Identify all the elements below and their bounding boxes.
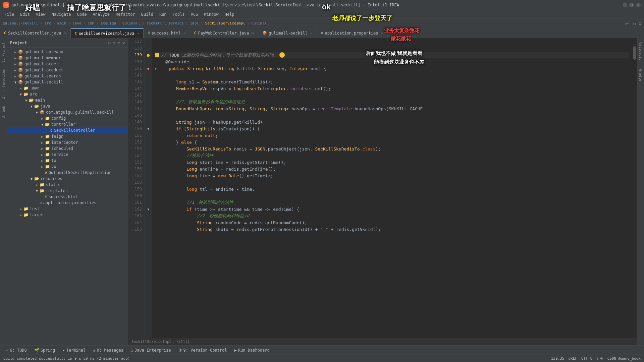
tab-seckill-controller[interactable]: C SeckillController.java ✕: [0, 28, 71, 38]
sidebar-locate-icon[interactable]: ⊕: [108, 40, 110, 46]
tab-application-props[interactable]: ⚙ application.properties ✕: [317, 28, 388, 38]
tree-item-appprops[interactable]: ▶ ⚙ application.properties: [7, 200, 128, 206]
scroll-thumb[interactable]: [633, 46, 636, 60]
tree-item-feign[interactable]: ▶ 📁 feign: [7, 133, 128, 139]
bottom-tab-vcs[interactable]: ⑨ 9: Version Control: [175, 347, 230, 354]
menu-build[interactable]: Build: [139, 11, 156, 18]
tree-item-gateway[interactable]: ▶ 📦 gulimall-gateway: [7, 49, 128, 55]
tab-close-icon[interactable]: ✕: [64, 31, 66, 35]
menu-analyze[interactable]: Analyze: [90, 11, 112, 18]
sidebar-settings-icon[interactable]: ⚙: [113, 40, 115, 46]
nav-project[interactable]: gulimall-seckill: [3, 21, 38, 25]
tree-item-app[interactable]: ▶ A GulimallSeckillApplication: [7, 170, 128, 176]
code-scroll-area[interactable]: 137 138 139 140 141 142 143 144 145 146 …: [128, 38, 637, 338]
tree-item-templates[interactable]: ▼ 📂 templates: [7, 188, 128, 194]
bottom-tab-terminal[interactable]: ▸ Terminal: [59, 347, 89, 354]
tree-item-product[interactable]: ▶ 📦 gulimall-product: [7, 67, 128, 73]
tree-item-interceptor[interactable]: ▶ 📁 interceptor: [7, 139, 128, 145]
nav-module[interactable]: gulimall: [251, 21, 269, 25]
bottom-tab-java-enterprise[interactable]: ☕ Java Enterprise: [127, 347, 174, 354]
tree-item-seckill[interactable]: ▼ 📦 gulimall-seckill: [7, 79, 128, 85]
maximize-button[interactable]: □: [629, 3, 634, 7]
tree-item-static[interactable]: ▶ 📁 static: [7, 182, 128, 188]
menu-tools[interactable]: Tools: [170, 11, 187, 18]
breadcrumb-method[interactable]: kill(): [176, 340, 190, 344]
tab-seckill-service-impl[interactable]: C SeckillServiceImpl.java ✕: [71, 28, 144, 38]
nav-main[interactable]: main: [57, 21, 66, 25]
menu-vcs[interactable]: VCS: [188, 11, 201, 18]
bottom-tab-run-dashboard[interactable]: ▶ Run Dashboard: [231, 347, 273, 354]
nav-com[interactable]: com: [88, 21, 94, 25]
run-icon-141[interactable]: ▶: [155, 67, 157, 70]
close-button[interactable]: ✕: [636, 3, 641, 7]
tree-item-member[interactable]: ▶ 📦 gulimall-member: [7, 55, 128, 61]
nav-refresh-icon[interactable]: ↻: [633, 21, 636, 26]
bottom-tab-spring[interactable]: 🌱 Spring: [31, 347, 58, 354]
left-tab-web[interactable]: 3: Web: [1, 103, 6, 121]
sidebar-expand-icon[interactable]: ≡: [117, 40, 120, 46]
tab-gulimall-seckill[interactable]: 📦 gulimall-seckill ✕: [258, 28, 317, 38]
tree-item-seckillcontroller[interactable]: ▶ C SeckillController: [7, 127, 128, 133]
breadcrumb-class[interactable]: SeckillServiceImpl: [131, 340, 171, 344]
bottom-tab-messages[interactable]: ✉ 0: Messages: [90, 347, 127, 354]
tab-close-active-icon[interactable]: ✕: [137, 32, 139, 35]
tree-item-search[interactable]: ▶ 📦 gulimall-search: [7, 73, 128, 79]
menu-file[interactable]: File: [2, 11, 17, 18]
nav-gulimall[interactable]: gulimall: [122, 21, 140, 25]
tab-close-proj-icon[interactable]: ✕: [311, 31, 313, 35]
tree-item-vo[interactable]: ▶ 📁 vo: [7, 164, 128, 170]
lang-switch[interactable]: 英: [600, 356, 603, 361]
bottom-tab-todo[interactable]: ✓ 6: TODO: [3, 347, 30, 354]
menu-window[interactable]: Window: [201, 11, 221, 18]
nav-seckill[interactable]: seckill: [146, 21, 162, 25]
menu-code[interactable]: Code: [74, 11, 90, 18]
window-controls[interactable]: ─ □ ✕: [623, 3, 641, 7]
left-tab-favorites[interactable]: 2: ☆ Favorites: [1, 66, 6, 102]
tree-item-success-html[interactable]: ▶ H success.html: [7, 194, 128, 200]
tab-success-html[interactable]: H success.html ✕: [144, 28, 190, 38]
tree-item-mvn[interactable]: ▶ 📁 .mvn: [7, 85, 128, 91]
tab-close-props-icon[interactable]: ✕: [381, 31, 383, 35]
tree-item-order[interactable]: ▶ 📦 gulimall-order: [7, 61, 128, 67]
menu-edit[interactable]: Edit: [17, 11, 33, 18]
menu-run[interactable]: Run: [157, 11, 169, 18]
minimize-button[interactable]: ─: [623, 3, 627, 7]
nav-class[interactable]: SeckillServiceImpl: [205, 21, 245, 25]
fold-icon-150[interactable]: ▼: [147, 127, 149, 131]
tree-item-config[interactable]: ▶ 📁 config: [7, 115, 128, 121]
code-editor[interactable]: 137 138 139 140 141 142 143 144 145 146 …: [128, 38, 637, 345]
tab-pay-web-controller[interactable]: C PayWebController.java ✕: [190, 28, 258, 38]
tree-item-package[interactable]: ▼ 📦 com.atguigu.gulimall.seckill: [7, 109, 128, 115]
nav-settings-icon[interactable]: ⚙: [639, 21, 641, 26]
right-tab-validation[interactable]: Validation: [638, 40, 643, 65]
menu-view[interactable]: View: [33, 11, 48, 18]
tree-item-java[interactable]: ▼ 📂 java: [7, 103, 128, 109]
tree-item-main[interactable]: ▼ 📂 main: [7, 97, 128, 103]
tree-item-service[interactable]: ▶ 📁 service: [7, 152, 128, 158]
tab-close-html-icon[interactable]: ✕: [184, 31, 186, 35]
nav-src[interactable]: src: [45, 21, 51, 25]
tree-item-src[interactable]: ▼ 📂 src: [7, 91, 128, 97]
tree-item-target[interactable]: ▶ 📁 target: [7, 212, 128, 218]
nav-g-plus[interactable]: G+: [625, 21, 629, 25]
menu-help[interactable]: Help: [222, 11, 237, 18]
tree-item-scheduled[interactable]: ▶ 📁 scheduled: [7, 145, 128, 152]
breakpoint-icon[interactable]: ●: [147, 67, 149, 70]
tree-item-resources[interactable]: ▼ 📂 resources: [7, 176, 128, 182]
left-tab-project[interactable]: 1: Project: [1, 40, 6, 65]
menu-refactor[interactable]: Refactor: [113, 11, 138, 18]
tree-item-controller[interactable]: ▼ 📂 controller: [7, 121, 128, 127]
nav-service[interactable]: service: [168, 21, 183, 25]
right-tab-gradle[interactable]: Gradle: [638, 66, 643, 84]
tree-item-to[interactable]: ▶ 📁 to: [7, 158, 128, 164]
nav-java[interactable]: java: [72, 21, 82, 25]
menu-navigate[interactable]: Navigate: [49, 11, 74, 18]
nav-atguigu[interactable]: atguigu: [101, 21, 116, 25]
tab-close-pay-icon[interactable]: ✕: [252, 31, 254, 35]
fold-icon-162[interactable]: ▼: [147, 207, 149, 211]
tree-item-test[interactable]: ▶ 📁 test: [7, 206, 128, 212]
nav-impl[interactable]: impl: [190, 21, 199, 25]
sidebar-close-icon[interactable]: ✕: [122, 40, 125, 46]
code-text-area[interactable]: // TODO 上架秒杀商品的时候，每一个数据都有过期时间。 @Override…: [152, 38, 632, 338]
code-line-138: [155, 45, 629, 52]
